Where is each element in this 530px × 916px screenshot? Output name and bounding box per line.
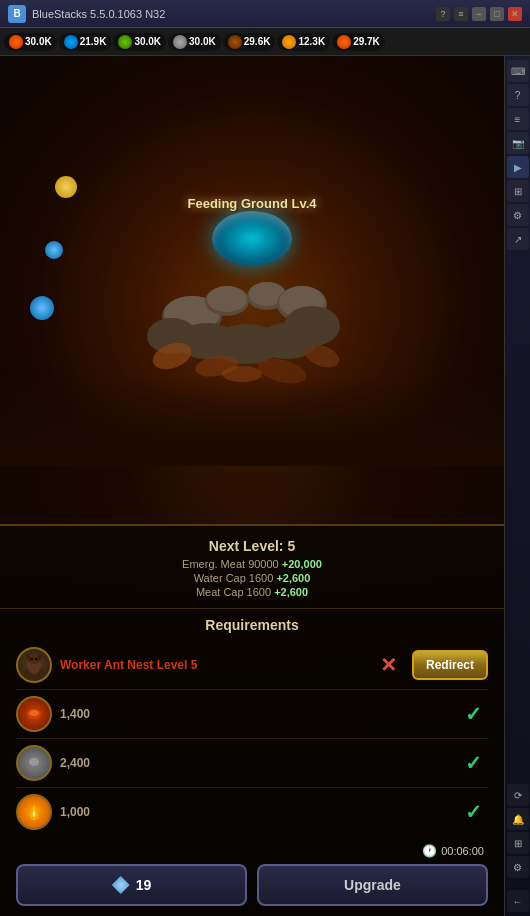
sync-icon[interactable]: ⟳ [507,784,529,806]
gear2-icon[interactable]: ⚙ [507,856,529,878]
minimize-btn[interactable]: − [472,7,486,21]
req-label-0: Worker Ant Nest Level 5 [60,658,366,672]
settings-icon[interactable]: ⚙ [507,204,529,226]
svg-point-26 [29,710,39,716]
orb-blue2 [30,296,54,320]
share-icon[interactable]: ↗ [507,228,529,250]
leaf-icon [118,35,132,49]
bottom-section: 🕐 00:06:00 19 Upgrade [0,836,504,916]
stone-icon [173,35,187,49]
res-water: 21.9K [59,33,112,51]
food-icon [228,35,242,49]
cave-scene: Feeding Ground Lv.4 [0,56,504,466]
orb-blue1 [45,241,63,259]
water-pool [212,211,292,266]
side-toolbar: ⌨ ? ≡ 📷 ▶ ⊞ ⚙ ↗ ⟳ 🔔 ⊞ ⚙ ← [504,56,530,916]
redirect-button[interactable]: Redirect [412,650,488,680]
orb-yellow [55,176,77,198]
requirements-section: Requirements Worker Ant Nest Level 5 ✕ [0,609,504,836]
stat-bonus-2: +2,600 [274,586,308,598]
upgrade-label: Upgrade [344,877,401,893]
fire-value: 30.0K [25,36,52,47]
meat-icon [16,696,52,732]
resource-bar: 30.0K 21.9K 30.0K 30.0K 29.6K 12.3K 29.7… [0,28,530,56]
stat-row-0: Emerg. Meat 90000 +20,000 [16,558,488,570]
req-check-1: ✓ [458,702,488,726]
keyboard-icon[interactable]: ⌨ [507,60,529,82]
question-icon[interactable]: ? [507,84,529,106]
grid-icon[interactable]: ⊞ [507,832,529,854]
window-controls: ? ≡ − □ ✕ [436,7,522,21]
food-value: 29.6K [244,36,271,47]
requirements-title: Requirements [16,617,488,633]
stat-row-2: Meat Cap 1600 +2,600 [16,586,488,598]
next-level-title: Next Level: 5 [16,538,488,554]
menu-btn[interactable]: ≡ [454,7,468,21]
close-btn[interactable]: ✕ [508,7,522,21]
svg-point-17 [222,366,262,382]
gem2-value: 29.7K [353,36,380,47]
macro-icon[interactable]: ▶ [507,156,529,178]
camera-icon[interactable]: 📷 [507,132,529,154]
req-row-2: 2,400 ✓ [16,739,488,788]
water-icon [64,35,78,49]
res-fire: 30.0K [4,33,57,51]
alert-icon[interactable]: 🔔 [507,808,529,830]
req-label-1: 1,400 [60,707,450,721]
svg-point-3 [207,286,247,312]
gem-count: 19 [136,877,152,893]
game-area: Feeding Ground Lv.4 [0,56,504,916]
res-food: 29.6K [223,33,276,51]
req-row-3: 1,000 ✓ [16,788,488,836]
leaf-value: 30.0K [134,36,161,47]
ground-gradient [0,376,504,466]
gem-upgrade-button[interactable]: 19 [16,864,247,906]
title-bar-left: B BlueStacks 5.5.0.1063 N32 [8,5,165,23]
fire-icon [9,35,23,49]
amber-value: 12.3K [298,36,325,47]
gem-diamond-icon [112,876,130,894]
back2-icon[interactable]: ← [507,890,529,912]
timer-row: 🕐 00:06:00 [16,844,488,858]
menu2-icon[interactable]: ≡ [507,108,529,130]
req-check-3: ✓ [458,800,488,824]
req-check-0: ✕ [374,653,404,677]
res-amber: 12.3K [277,33,330,51]
req-label-2: 2,400 [60,756,450,770]
upgrade-button[interactable]: Upgrade [257,864,488,906]
res-leaf: 30.0K [113,33,166,51]
timer-icon: 🕐 [422,844,437,858]
stat-bonus-1: +2,600 [276,572,310,584]
req-row-0: Worker Ant Nest Level 5 ✕ Redirect [16,641,488,690]
title-bar: B BlueStacks 5.5.0.1063 N32 ? ≡ − □ ✕ [0,0,530,28]
stone-value: 30.0K [189,36,216,47]
info-panel: Next Level: 5 Emerg. Meat 90000 +20,000 … [0,524,504,916]
maximize-btn[interactable]: □ [490,7,504,21]
question-btn[interactable]: ? [436,7,450,21]
svg-point-23 [31,658,33,660]
stat-text-0: Emerg. Meat 90000 [182,558,279,570]
stone2-icon [16,745,52,781]
req-row-1: 1,400 ✓ [16,690,488,739]
stat-bonus-0: +20,000 [282,558,322,570]
svg-point-24 [35,658,37,660]
svg-point-28 [29,758,39,766]
layers-icon[interactable]: ⊞ [507,180,529,202]
stat-row-1: Water Cap 1600 +2,600 [16,572,488,584]
water-value: 21.9K [80,36,107,47]
fire2-icon [16,794,52,830]
gem2-icon [337,35,351,49]
req-check-2: ✓ [458,751,488,775]
action-buttons: 19 Upgrade [16,864,488,906]
stat-text-1: Water Cap 1600 [194,572,274,584]
amber-icon [282,35,296,49]
timer-value: 00:06:00 [441,845,484,857]
req-label-3: 1,000 [60,805,450,819]
next-level-section: Next Level: 5 Emerg. Meat 90000 +20,000 … [0,526,504,609]
ant-nest-icon [16,647,52,683]
res-stone: 30.0K [168,33,221,51]
feeding-ground-label: Feeding Ground Lv.4 [187,196,316,211]
res-gem2: 29.7K [332,33,385,51]
stat-text-2: Meat Cap 1600 [196,586,271,598]
app-title: BlueStacks 5.5.0.1063 N32 [32,8,165,20]
